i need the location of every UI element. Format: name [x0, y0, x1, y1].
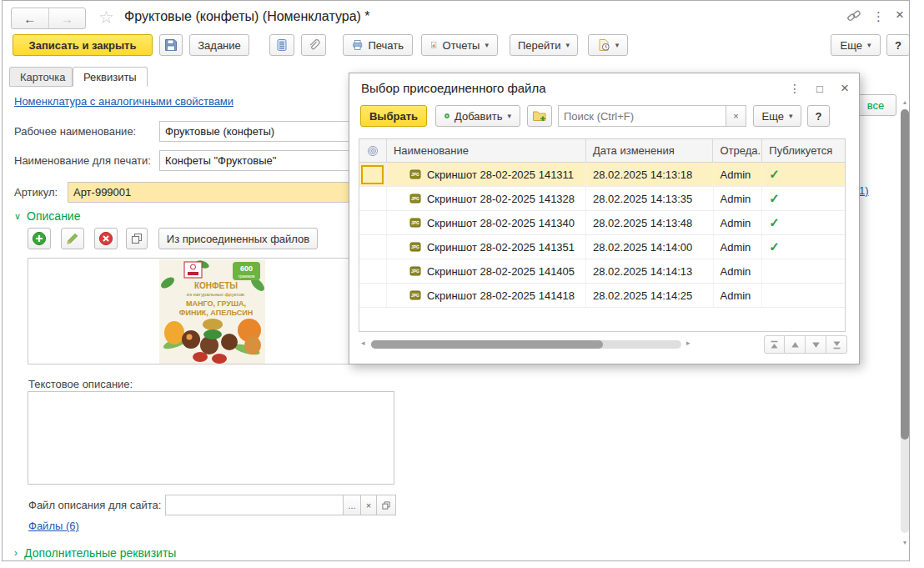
svg-text:JPG: JPG	[411, 220, 419, 225]
forward-button[interactable]: →	[49, 8, 86, 28]
get-link-button[interactable]	[846, 8, 861, 26]
back-icon: ←	[23, 12, 36, 26]
table-row[interactable]: JPG Скриншот 28-02-2025 141340 28.02.202…	[359, 211, 845, 235]
triangle-down-icon	[811, 340, 821, 349]
goto-label: Перейти	[518, 39, 561, 52]
dialog-close-button[interactable]: ×	[836, 80, 853, 97]
column-header-author[interactable]: Отреда...	[713, 139, 762, 162]
table-row[interactable]: JPG Скриншот 28-02-2025 141311 28.02.202…	[359, 163, 845, 187]
maximize-icon: □	[816, 83, 823, 95]
concentric-circles-icon	[367, 145, 379, 157]
hscroll-left-icon[interactable]: ◂	[361, 339, 365, 347]
jpg-file-icon: JPG	[409, 264, 422, 278]
vertical-scroll-thumb[interactable]	[901, 109, 909, 440]
tab-details[interactable]: Реквизиты	[73, 67, 148, 87]
site-file-input[interactable]	[165, 495, 344, 515]
pencil-icon	[66, 232, 79, 245]
add-file-button[interactable]: Добавить ▾	[435, 105, 520, 127]
back-button[interactable]: ←	[12, 8, 49, 28]
attachments-button[interactable]	[301, 34, 326, 56]
site-file-group: ... ×	[165, 495, 396, 515]
edit-image-button[interactable]	[61, 228, 84, 249]
window-close-button[interactable]: ×	[896, 7, 904, 23]
file-folder-button[interactable]	[527, 105, 552, 127]
search-input[interactable]	[558, 105, 726, 127]
select-button[interactable]: Выбрать	[360, 105, 427, 127]
go-first-button[interactable]	[764, 335, 785, 354]
column-header-published[interactable]: Публикуется	[762, 139, 845, 162]
table-row[interactable]: JPG Скриншот 28-02-2025 141351 28.02.202…	[359, 235, 845, 259]
dialog-more-label: Еще	[762, 110, 784, 123]
x-circle-icon	[98, 231, 113, 246]
table-row[interactable]: JPG Скриншот 28-02-2025 141418 28.02.202…	[359, 284, 845, 308]
printer-icon	[352, 38, 363, 52]
vertical-scroll-track[interactable]	[901, 435, 909, 533]
favorite-star-icon[interactable]: ☆	[98, 8, 114, 28]
add-image-button[interactable]	[28, 228, 51, 249]
additional-section-header[interactable]: › Дополнительные реквизиты	[14, 546, 176, 560]
search-clear-button[interactable]: ×	[726, 105, 746, 127]
file-name: Скриншот 28-02-2025 141405	[427, 265, 575, 278]
badge-weight: 600	[240, 264, 253, 273]
scroll-down-icon[interactable]: ▾	[901, 539, 909, 546]
table-row[interactable]: JPG Скриншот 28-02-2025 141328 28.02.202…	[359, 187, 845, 211]
goto-button[interactable]: Перейти ▾	[510, 34, 578, 56]
delete-image-button[interactable]	[94, 228, 118, 249]
table-header: Наименование Дата изменения Отреда... Пу…	[359, 139, 845, 163]
print-button[interactable]: Печать	[343, 34, 413, 56]
site-file-clear-button[interactable]: ×	[361, 495, 377, 515]
horizontal-scroll-track[interactable]	[371, 340, 681, 349]
save-button[interactable]	[159, 34, 183, 56]
search-group: ×	[558, 105, 746, 127]
file-date: 28.02.2025 14:14:00	[586, 235, 713, 259]
from-attached-files-button[interactable]: Из присоединенных файлов	[158, 228, 318, 249]
reports-caret-icon: ▾	[485, 42, 489, 49]
column-header-date[interactable]: Дата изменения	[586, 139, 713, 162]
app-window: ← → ☆ Фруктовые (конфеты) (Номенклатура)…	[2, 0, 910, 561]
horizontal-scroll-thumb[interactable]	[371, 340, 603, 349]
tab-card[interactable]: Карточка	[9, 67, 73, 87]
go-prev-button[interactable]	[785, 335, 806, 354]
jpg-file-icon: JPG	[409, 289, 422, 302]
text-description-textarea[interactable]	[28, 391, 394, 485]
copy-image-button[interactable]	[126, 228, 148, 249]
window-menu-kebab[interactable]: ⋮	[872, 9, 885, 24]
history-caret-icon: ▾	[615, 42, 620, 49]
dialog-kebab-button[interactable]: ⋮	[786, 80, 803, 97]
dialog-title: Выбор присоединенного файла	[361, 81, 546, 95]
link-icon	[846, 8, 861, 23]
folder-add-icon	[532, 108, 547, 123]
scroll-up-icon[interactable]: ▴	[901, 98, 909, 106]
column-header-name[interactable]: Наименование	[387, 139, 586, 162]
show-all-button[interactable]: все	[855, 94, 896, 116]
truncated-link[interactable]: 1)	[859, 184, 869, 197]
chevron-down-icon: ∨	[14, 211, 21, 222]
more-button[interactable]: Еще ▾	[831, 34, 881, 56]
file-author: Admin	[714, 259, 763, 283]
go-last-button[interactable]	[826, 335, 847, 354]
list-button[interactable]	[269, 34, 294, 56]
column-settings-header[interactable]	[359, 139, 387, 162]
product-image[interactable]: 600 граммов КОНФЕТЫ из натуральных фрукт…	[159, 259, 265, 364]
jpg-file-icon: JPG	[409, 216, 422, 229]
go-next-button[interactable]	[806, 335, 826, 354]
files-link[interactable]: Файлы (6)	[28, 520, 79, 532]
dialog-more-button[interactable]: Еще ▾	[753, 105, 801, 127]
reports-button[interactable]: Отчеты ▾	[421, 34, 498, 56]
save-close-button[interactable]: Записать и закрыть	[13, 34, 153, 56]
help-button[interactable]: ?	[886, 34, 910, 56]
dialog-maximize-button[interactable]: □	[811, 80, 828, 97]
site-file-open-button[interactable]	[377, 495, 396, 515]
dialog-help-button[interactable]: ?	[807, 105, 830, 127]
table-row[interactable]: JPG Скриншот 28-02-2025 141405 28.02.202…	[359, 259, 845, 284]
nav-history-group: ← →	[11, 8, 86, 29]
hscroll-right-icon[interactable]: ▸	[686, 339, 690, 347]
task-button[interactable]: Задание	[189, 34, 249, 56]
add-caret-icon: ▾	[507, 113, 511, 120]
site-file-browse-button[interactable]: ...	[344, 495, 361, 515]
description-section-header[interactable]: ∨ Описание	[14, 209, 80, 223]
go-top-icon	[770, 340, 779, 349]
similar-items-link[interactable]: Номенклатура с аналогичными свойствами	[14, 95, 234, 108]
file-name: Скриншот 28-02-2025 141328	[427, 193, 575, 205]
history-button[interactable]: ▾	[588, 34, 628, 56]
